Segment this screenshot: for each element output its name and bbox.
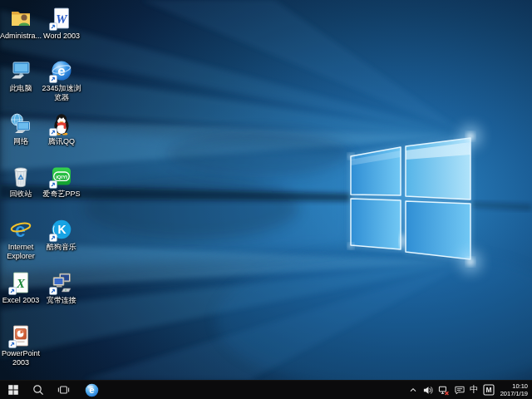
network-status-button[interactable]: [436, 381, 451, 399]
desktop-icon-kugou-music[interactable]: K 酷狗音乐: [42, 218, 81, 252]
desktop-icon-internet-explorer[interactable]: e Internet Explorer: [1, 218, 41, 260]
clock-date: 2017/1/19: [500, 390, 528, 397]
shortcut-arrow-icon: [49, 128, 57, 136]
ime-mode-indicator[interactable]: M: [481, 381, 497, 399]
start-button[interactable]: [2, 381, 24, 399]
icon-label: 酷狗音乐: [47, 243, 76, 252]
ime-lang-text: 中: [470, 384, 479, 396]
svg-text:M: M: [486, 386, 492, 394]
desktop-icon-2345-browser[interactable]: e 2345加速浏 览器: [42, 59, 81, 101]
icon-label: 回收站: [10, 190, 32, 199]
task-view-button[interactable]: [52, 381, 74, 399]
icon-label: 2345加速浏 览器: [42, 84, 81, 101]
shortcut-arrow-icon: [8, 287, 17, 295]
shortcut-arrow-icon: [8, 340, 17, 348]
desktop-icon-this-pc[interactable]: 此电脑: [1, 59, 41, 93]
icon-label: 网络: [13, 137, 28, 146]
ime-language-indicator[interactable]: 中: [467, 381, 481, 399]
desktop-icon-word-2003[interactable]: W Word 2003: [42, 7, 81, 41]
desktop-icon-recycle-bin[interactable]: 回收站: [1, 165, 41, 199]
internet-explorer-icon: e: [9, 218, 32, 241]
clock-time: 10:10: [500, 382, 528, 390]
browser-e-icon: e: [85, 383, 99, 397]
icon-label: 宽带连接: [47, 296, 76, 305]
icon-label: 爱奇艺PPS: [42, 190, 80, 199]
network-disconnected-icon: [438, 385, 450, 396]
icon-label: 腾讯QQ: [48, 137, 75, 146]
shortcut-arrow-icon: [49, 75, 57, 83]
icon-label: 此电脑: [10, 84, 32, 93]
icon-label: Internet Explorer: [7, 243, 35, 260]
search-icon: [32, 384, 44, 396]
windows-10-desktop: Administra... W Word 2003 此电脑: [0, 0, 532, 399]
svg-text:e: e: [89, 385, 95, 395]
taskbar-clock[interactable]: 10:10 2017/1/19: [500, 382, 528, 397]
desktop-icon-powerpoint-2003[interactable]: PowerPoint 2003: [1, 324, 41, 367]
notifications-button[interactable]: [451, 381, 467, 399]
network-icon: [9, 112, 32, 135]
user-folder-icon: [9, 7, 32, 30]
volume-button[interactable]: [420, 381, 436, 399]
svg-text:W: W: [56, 12, 68, 26]
icon-label: Word 2003: [43, 32, 80, 41]
windows-start-icon: [7, 384, 19, 396]
svg-text:K: K: [57, 223, 66, 236]
shortcut-arrow-icon: [49, 22, 57, 31]
shortcut-arrow-icon: [49, 234, 57, 242]
speaker-icon: [422, 385, 434, 396]
taskbar: e: [0, 380, 532, 399]
desktop-icon-administrator[interactable]: Administra...: [1, 7, 41, 41]
icon-label: Excel 2003: [2, 296, 40, 305]
svg-text:iQIYI: iQIYI: [56, 175, 67, 180]
chevron-up-icon: [408, 385, 418, 395]
desktop-icon-network[interactable]: 网络: [1, 112, 41, 146]
recycle-bin-icon: [9, 165, 32, 188]
system-tray: 中 M 10:10 2017/1/19: [406, 381, 532, 399]
desktop-icon-tencent-qq[interactable]: 腾讯QQ: [42, 112, 81, 146]
ime-mode-m-icon: M: [483, 384, 495, 396]
desktop-area[interactable]: Administra... W Word 2003 此电脑: [0, 0, 532, 380]
task-view-icon: [57, 384, 70, 396]
shortcut-arrow-icon: [49, 180, 57, 189]
icon-label: PowerPoint 2003: [2, 349, 40, 367]
icon-label: Administra...: [0, 32, 42, 41]
svg-text:X: X: [16, 277, 26, 290]
desktop-icon-excel-2003[interactable]: X Excel 2003: [1, 271, 41, 305]
pinned-browser-button[interactable]: e: [79, 381, 104, 399]
this-pc-icon: [9, 59, 32, 82]
search-button[interactable]: [27, 381, 49, 399]
message-bubble-icon: [454, 385, 466, 396]
shortcut-arrow-icon: [49, 287, 57, 295]
desktop-icon-iqiyi-pps[interactable]: iQIYI 爱奇艺PPS: [42, 165, 81, 199]
show-hidden-icons-button[interactable]: [406, 381, 420, 399]
desktop-icon-broadband-connection[interactable]: 宽带连接: [42, 271, 81, 305]
